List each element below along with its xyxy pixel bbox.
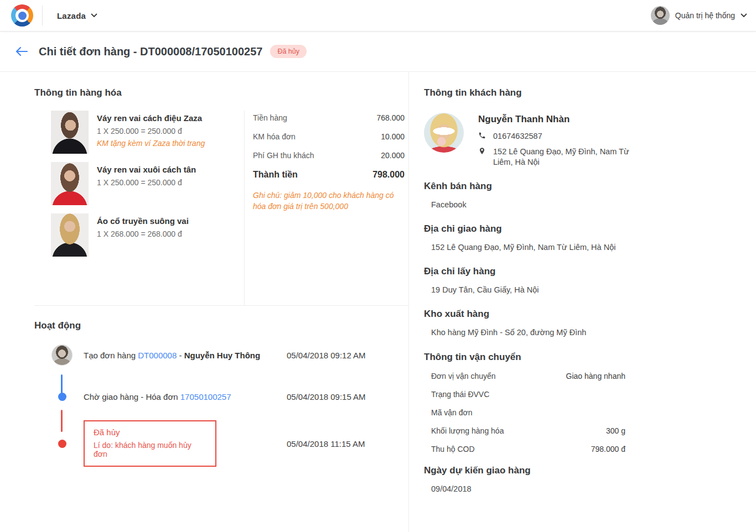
back-button[interactable] — [13, 43, 30, 60]
product-list: Váy ren vai cách điệu Zaza 1 X 250.000 =… — [34, 111, 244, 305]
shipping-info-title: Thông tin vận chuyển — [424, 352, 756, 363]
product-promo-note: KM tặng kèm ví Zaza thời trang — [97, 139, 205, 148]
customer-card: Nguyễn Thanh Nhàn 01674632587 152 Lê Qua… — [424, 113, 756, 168]
product-name: Áo cổ truyền suông vai — [97, 213, 189, 226]
product-quantity-line: 1 X 250.000 = 250.000 đ — [97, 127, 205, 135]
user-name: Quản trị hệ thống — [675, 11, 735, 20]
pickup-address-section: Địa chỉ lấy hàng 19 Duy Tân, Cầu Giấy, H… — [424, 266, 756, 295]
warehouse-title: Kho xuất hàng — [424, 309, 756, 320]
shipping-value: 798.000 đ — [591, 445, 625, 454]
totals-row: KM hóa đơn 10.000 — [253, 132, 405, 141]
shipping-row: Khối lượng hàng hóa 300 g — [431, 426, 625, 436]
sales-channel-title: Kênh bán hàng — [424, 181, 756, 192]
product-row[interactable]: Váy ren vai cách điệu Zaza 1 X 250.000 =… — [51, 111, 239, 154]
customer-phone-row: 01674632587 — [478, 131, 633, 142]
customer-panel: Thông tin khách hàng Nguyễn Thanh Nhàn 0… — [408, 72, 756, 532]
app-logo-inner — [15, 9, 29, 22]
timeline-event: Chờ giao hàng - Hóa đơn 17050100257 05/0… — [51, 392, 408, 401]
location-pin-icon — [478, 147, 487, 168]
totals-value: 20.000 — [381, 151, 405, 160]
timeline-dot-red — [58, 440, 66, 448]
totals-row: Phí GH thu khách 20.000 — [253, 151, 405, 160]
warehouse-value: Kho hàng Mỹ Đình - Số 20, đường Mỹ Đình — [424, 327, 634, 338]
shipping-info-section: Thông tin vận chuyển Đơn vị vận chuyển G… — [424, 352, 756, 454]
event-timestamp: 05/04/2018 11:15 AM — [287, 439, 365, 448]
product-image — [51, 213, 89, 257]
activity-section-title: Hoạt động — [34, 320, 408, 331]
timeline-event: Tạo đơn hàng DT000008 - Nguyễn Huy Thông… — [51, 345, 408, 366]
product-quantity-line: 1 X 250.000 = 250.000 đ — [97, 178, 196, 187]
cancelled-reason: Lí do: khách hàng muốn hủy đơn — [94, 441, 206, 458]
app-logo-icon[interactable] — [11, 4, 33, 27]
cancelled-title: Đã hủy — [94, 427, 206, 437]
product-row[interactable]: Váy ren vai xuôi cách tân 1 X 250.000 = … — [51, 162, 239, 205]
totals-row: Tiền hàng 768.000 — [253, 113, 405, 122]
store-switcher[interactable]: Lazada — [57, 11, 97, 20]
main-content: Thông tin hàng hóa Váy ren vai cách điệu… — [0, 72, 756, 532]
totals-label: Tiền hàng — [253, 113, 287, 122]
shipping-label: Thu hộ COD — [431, 445, 475, 454]
actor-avatar — [51, 345, 73, 366]
status-badge: Đã hủy — [270, 45, 307, 58]
pickup-address-title: Địa chỉ lấy hàng — [424, 266, 756, 277]
pickup-address-value: 19 Duy Tân, Cầu Giấy, Hà Nội — [424, 284, 634, 295]
event-text: Tạo đơn hàng DT000008 - Nguyễn Huy Thông — [84, 351, 287, 360]
app-logo-core — [18, 12, 27, 20]
cancelled-event-box: Đã hủy Lí do: khách hàng muốn hủy đơn — [84, 420, 216, 467]
event-text-prefix: Chờ giao hàng - Hóa đơn — [84, 392, 180, 401]
phone-icon — [478, 131, 487, 142]
activity-timeline: Tạo đơn hàng DT000008 - Nguyễn Huy Thông… — [34, 345, 408, 467]
goods-area: Váy ren vai cách điệu Zaza 1 X 250.000 =… — [34, 111, 408, 305]
shipping-address-section: Địa chỉ giao hàng 152 Lê Quang Đạo, Mỹ Đ… — [424, 223, 756, 253]
customer-address-row: 152 Lê Quang Đạo, Mỹ Đình, Nam Từ Liêm, … — [478, 147, 633, 168]
shipping-address-value: 152 Lê Quang Đạo, Mỹ Đình, Nam Từ Liêm, … — [424, 242, 634, 253]
topbar-divider — [42, 6, 43, 25]
expected-delivery-section: Ngày dự kiến giao hàng 09/04/2018 — [424, 465, 756, 494]
order-code-link[interactable]: DT000008 — [138, 351, 177, 360]
page-header: Chi tiết đơn hàng - DT000008/17050100257… — [0, 32, 756, 72]
event-text-prefix: Tạo đơn hàng — [84, 351, 138, 360]
shipping-row: Mã vận đơn — [431, 408, 625, 418]
warehouse-section: Kho xuất hàng Kho hàng Mỹ Đình - Số 20, … — [424, 309, 756, 338]
grand-total-row: Thành tiền 798.000 — [253, 170, 405, 180]
invoice-code-link[interactable]: 17050100257 — [180, 392, 231, 401]
event-actor: Nguyễn Huy Thông — [184, 351, 261, 360]
sales-channel-section: Kênh bán hàng Facebook — [424, 181, 756, 210]
order-totals: Tiền hàng 768.000 KM hóa đơn 10.000 Phí … — [244, 111, 408, 305]
product-quantity-line: 1 X 268.000 = 268.000 đ — [97, 230, 189, 238]
timeline-connector-blue — [61, 374, 63, 397]
customer-section-title: Thông tin khách hàng — [424, 87, 756, 98]
product-info: Váy ren vai cách điệu Zaza 1 X 250.000 =… — [97, 111, 205, 154]
product-name: Váy ren vai cách điệu Zaza — [97, 111, 205, 123]
order-note: Ghi chú: giảm 10,000 cho khách hàng có h… — [253, 190, 402, 212]
shipping-label: Khối lượng hàng hóa — [431, 426, 504, 436]
user-avatar — [651, 6, 670, 25]
product-row[interactable]: Áo cổ truyền suông vai 1 X 268.000 = 268… — [51, 213, 239, 257]
totals-label: KM hóa đơn — [253, 132, 296, 141]
shipping-row: Thu hộ COD 798.000 đ — [431, 445, 625, 454]
store-name: Lazada — [57, 11, 86, 20]
chevron-down-icon — [741, 13, 747, 18]
goods-section-title: Thông tin hàng hóa — [34, 87, 408, 98]
shipping-rows: Đơn vị vận chuyển Giao hàng nhanh Trạng … — [424, 372, 625, 454]
chevron-down-icon — [91, 13, 97, 18]
event-timestamp: 05/04/2018 09:15 AM — [287, 392, 366, 401]
event-timestamp: 05/04/2018 09:12 AM — [287, 351, 366, 360]
expected-delivery-value: 09/04/2018 — [424, 483, 634, 494]
event-text-separator: - — [177, 351, 184, 360]
event-text: Chờ giao hàng - Hóa đơn 17050100257 — [84, 392, 287, 401]
grand-total-label: Thành tiền — [253, 170, 298, 180]
customer-phone[interactable]: 01674632587 — [493, 131, 542, 142]
sales-channel-value: Facebook — [424, 199, 634, 210]
product-image — [51, 111, 89, 154]
user-menu[interactable]: Quản trị hệ thống — [651, 6, 747, 25]
shipping-address-title: Địa chỉ giao hàng — [424, 223, 756, 234]
arrow-left-icon — [15, 47, 28, 56]
totals-value: 768.000 — [376, 113, 405, 122]
shipping-label: Trạng thái ĐVVC — [431, 390, 489, 399]
product-name: Váy ren vai xuôi cách tân — [97, 162, 196, 174]
order-left-panel: Thông tin hàng hóa Váy ren vai cách điệu… — [0, 72, 408, 532]
shipping-label: Mã vận đơn — [431, 408, 473, 418]
topbar: Lazada Quản trị hệ thống — [0, 0, 756, 32]
expected-delivery-title: Ngày dự kiến giao hàng — [424, 465, 756, 476]
